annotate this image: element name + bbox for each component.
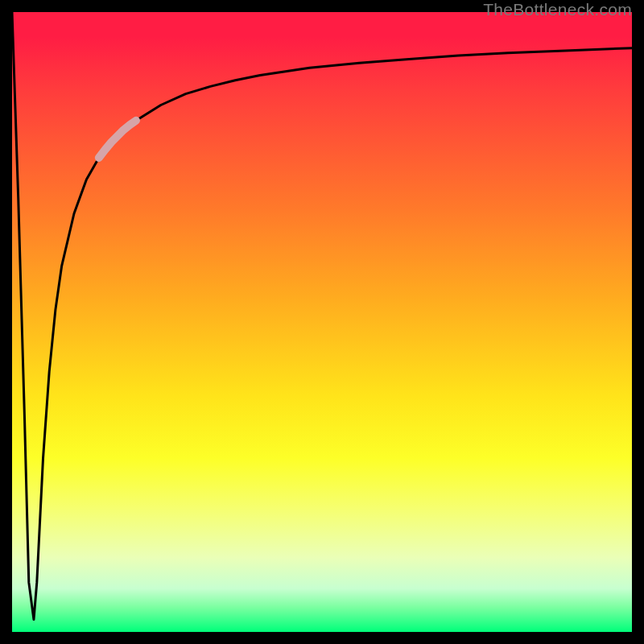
highlight-segment	[99, 121, 136, 158]
chart-frame: TheBottleneck.com	[0, 0, 644, 644]
plot-area	[12, 12, 632, 632]
bottleneck-curve	[12, 12, 632, 620]
attribution-label: TheBottleneck.com	[483, 0, 632, 19]
curve-svg	[12, 12, 632, 632]
